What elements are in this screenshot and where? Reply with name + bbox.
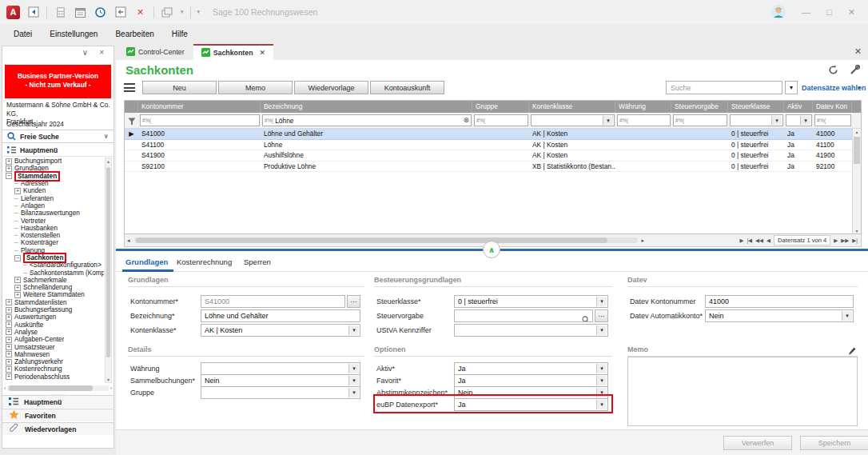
tree-scrollbar[interactable]: ▴▾ <box>105 158 112 383</box>
sidebar-button-hauptmen[interactable]: Hauptmenü <box>2 395 113 408</box>
pager-last-icon[interactable]: ▶| <box>852 237 858 244</box>
dropdown-arrow-icon[interactable]: ▾ <box>596 400 607 409</box>
tree-item-kunden[interactable]: +Kunden <box>4 187 104 194</box>
table-vscrollbar[interactable]: ▴▾ <box>852 129 861 233</box>
tree-item-buchungserfassung[interactable]: +Buchungserfassung <box>4 306 104 313</box>
filter-funnel-icon[interactable] <box>128 114 136 129</box>
ustva-kennziffer-field[interactable]: ▾ <box>454 324 608 337</box>
eubp-datenexport-field[interactable]: Ja▾ <box>454 398 608 411</box>
expand-plus-icon[interactable]: + <box>14 188 21 194</box>
sidebar-hscrollbar[interactable]: ‹ › <box>4 385 112 392</box>
tree-item-ausk-nfte[interactable]: +Auskünfte <box>4 321 104 329</box>
detail-tab-kostenrechnung[interactable]: Kostenrechnung <box>177 257 232 266</box>
select-records-chevron-icon[interactable]: ▾ <box>858 85 861 91</box>
column-header-kontonummer[interactable]: Kontonummer <box>138 101 261 113</box>
dropdown-arrow-icon[interactable]: ▾ <box>596 388 607 397</box>
calculator-icon[interactable] <box>54 6 67 19</box>
filter-dropdown-icon[interactable]: ▾ <box>800 116 810 125</box>
tree-item-schnell-nderung[interactable]: +Schnelländerung <box>4 284 104 291</box>
hscroll-thumb[interactable] <box>9 385 93 391</box>
expand-plus-icon[interactable]: + <box>6 351 12 357</box>
verwerfen-button[interactable]: Verwerfen <box>723 436 792 450</box>
dropdown-arrow-icon[interactable]: ▾ <box>596 376 607 385</box>
pager-next-icon[interactable]: ▶ <box>834 237 838 244</box>
sidebar-button-favoriten[interactable]: Favoriten <box>2 409 113 421</box>
filter-condition-marker[interactable]: #%( <box>619 118 628 123</box>
maximize-button[interactable]: □ <box>826 7 832 17</box>
datev-automatikkonto-field[interactable]: Nein▾ <box>705 309 854 322</box>
filter-input[interactable]: ▾ <box>531 114 615 126</box>
hscroll-right-icon[interactable]: ▸ <box>639 237 647 244</box>
menu-einstellungen[interactable]: Einstellungen <box>41 27 106 41</box>
clear-filter-icon[interactable]: ⊗ <box>463 117 469 124</box>
table-vscrollbar-thumb[interactable] <box>854 137 860 164</box>
toolbar-options-chevron-icon[interactable]: ▾ <box>197 9 201 15</box>
tree-item-bilanzauswertungen[interactable]: Bilanzauswertungen <box>4 210 104 217</box>
dropdown-arrow-icon[interactable]: ▾ <box>596 297 607 306</box>
column-header-kontenklasse[interactable]: Kontenklasse <box>529 101 615 113</box>
minimize-button[interactable]: — <box>802 7 810 17</box>
expand-plus-icon[interactable]: + <box>14 292 21 298</box>
kontonummer-field[interactable]: S41000 <box>201 295 345 308</box>
dropdown-arrow-icon[interactable]: ▾ <box>596 325 607 335</box>
menu-bearbeiten[interactable]: Bearbeiten <box>106 27 162 41</box>
filter-input[interactable]: ▾ <box>786 114 812 126</box>
expand-plus-icon[interactable]: + <box>6 366 12 373</box>
expand-plus-icon[interactable]: + <box>6 307 12 313</box>
expand-plus-icon[interactable]: + <box>6 299 12 305</box>
filter-dropdown-icon[interactable]: ▾ <box>771 116 782 125</box>
filter-input[interactable]: #%( <box>474 114 528 126</box>
filter-input[interactable]: #%( <box>673 114 727 126</box>
tree-item-umsatzsteuer[interactable]: +Umsatzsteuer <box>4 343 104 350</box>
panel-left-icon[interactable] <box>26 6 40 19</box>
scroll-down-icon[interactable]: ▾ <box>853 228 861 233</box>
expand-plus-icon[interactable]: + <box>6 321 12 328</box>
tree-item-sachkontenstamm-kompal[interactable]: Sachkontenstamm (Kompal <box>4 269 104 276</box>
tree-item-buchungsimport[interactable]: +Buchungsimport <box>4 158 104 165</box>
expand-plus-icon[interactable]: + <box>6 158 12 165</box>
dropdown-arrow-icon[interactable]: ▾ <box>348 376 359 385</box>
datev-kontonummer-field[interactable]: 41000 <box>705 295 854 308</box>
hscroll-track[interactable] <box>7 385 108 391</box>
detail-tab-sperren[interactable]: Sperren <box>244 257 271 266</box>
expand-plus-icon[interactable]: + <box>6 314 12 321</box>
tree-item-anlagen[interactable]: Anlagen <box>4 202 104 210</box>
tab-control-center[interactable]: Control-Center <box>118 44 193 60</box>
tree-item-hausbanken[interactable]: Hausbanken <box>4 225 104 232</box>
neu-button[interactable]: Neu <box>142 81 217 94</box>
clock-icon[interactable] <box>94 6 107 19</box>
tree-item-auswertungen[interactable]: +Auswertungen <box>4 313 104 321</box>
collapse-minus-icon[interactable]: − <box>14 255 21 261</box>
hscroll-left-icon[interactable]: ◂ <box>125 237 133 244</box>
tree-item-sachmerkmale[interactable]: +Sachmerkmale <box>4 277 104 284</box>
tree-item-mahnwesen[interactable]: +Mahnwesen <box>4 351 104 358</box>
sidebar-button-wiedervorlagen[interactable]: Wiedervorlagen <box>2 422 113 435</box>
tree-item-aufgaben-center[interactable]: +Aufgaben-Center <box>4 336 104 343</box>
dropdown-arrow-icon[interactable]: ▾ <box>842 311 852 321</box>
table-hscroll-thumb[interactable] <box>136 237 607 243</box>
expand-plus-icon[interactable]: + <box>14 277 21 283</box>
lookup-search-icon[interactable] <box>582 313 590 322</box>
scroll-left-icon[interactable]: ‹ <box>4 385 6 391</box>
column-header-steuerklasse[interactable]: Steuerklasse <box>728 101 784 113</box>
sidebar-collapse-icon[interactable]: ∨ <box>82 48 88 62</box>
steuerklasse-field[interactable]: 0 | steuerfrei▾ <box>454 295 608 308</box>
tree-item-zahlungsverkehr[interactable]: +Zahlungsverkehr <box>4 358 104 365</box>
tree-item-analyse[interactable]: +Analyse <box>4 329 104 336</box>
filter-input[interactable]: #%( <box>814 114 851 126</box>
chevron-down-icon[interactable]: ∨ <box>104 133 109 140</box>
delete-icon[interactable]: ✕ <box>133 6 147 19</box>
ellipsis-button[interactable]: … <box>347 295 360 308</box>
expand-plus-icon[interactable]: + <box>6 337 12 343</box>
column-header-aktiv[interactable]: Aktiv <box>784 101 813 113</box>
expand-plus-icon[interactable]: + <box>6 329 12 335</box>
expand-plus-icon[interactable]: + <box>6 166 12 172</box>
tree-item-kostenstellen[interactable]: Kostenstellen <box>4 232 104 239</box>
tree-item-periodenabschluss[interactable]: +Periodenabschluss <box>4 373 104 381</box>
dropdown-arrow-icon[interactable]: ▾ <box>348 388 359 397</box>
tree-item-stammdaten[interactable]: −Stammdaten <box>4 173 104 180</box>
pager-next-page-icon[interactable]: ▶▶ <box>841 237 849 244</box>
expand-plus-icon[interactable]: + <box>14 285 21 291</box>
speichern-button[interactable]: Speichern <box>800 436 868 450</box>
window-switch-icon[interactable] <box>161 6 174 19</box>
